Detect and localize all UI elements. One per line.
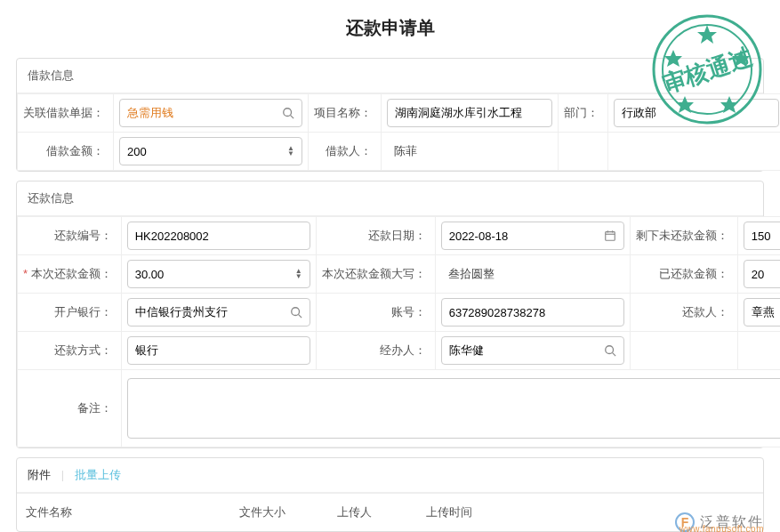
repay-info-panel: 还款信息 还款编号： 还款日期： 剩下未还款金额： ▲▼ 本次还款金额：	[16, 181, 764, 448]
loan-info-panel: 借款信息 关联借款单据： 项目名称： 部门： 借款金额：	[16, 58, 764, 172]
repaid-label: 已还款金额：	[630, 255, 737, 294]
this-amount-cn-value: 叁拾圆整	[441, 266, 624, 282]
this-amount-label: 本次还款金额：	[18, 255, 122, 294]
account-label: 账号：	[316, 294, 435, 332]
bank-label: 开户银行：	[18, 294, 122, 332]
spinner-icon[interactable]: ▲▼	[287, 146, 294, 157]
page-title: 还款申请单	[0, 0, 780, 52]
remark-input[interactable]	[127, 378, 780, 439]
bank-input[interactable]	[127, 298, 310, 326]
handler-label: 经办人：	[316, 332, 435, 370]
borrower-value: 陈菲	[387, 143, 552, 159]
svg-line-17	[612, 353, 615, 357]
bulk-upload-button[interactable]: 批量上传	[75, 468, 121, 481]
repay-no-input[interactable]	[127, 222, 310, 250]
loan-info-header: 借款信息	[17, 59, 763, 93]
dept-label: 部门：	[559, 94, 608, 133]
assoc-loan-input[interactable]	[119, 99, 302, 127]
handler-input[interactable]	[441, 336, 624, 365]
svg-point-14	[291, 308, 299, 316]
search-icon[interactable]	[604, 344, 616, 357]
repay-info-header: 还款信息	[17, 181, 763, 216]
repay-no-label: 还款编号：	[18, 217, 122, 255]
project-input[interactable]	[387, 99, 552, 127]
remark-label: 备注：	[18, 370, 122, 447]
svg-rect-10	[605, 232, 615, 241]
this-amount-cn-label: 本次还款金额大写：	[316, 255, 435, 294]
svg-point-8	[284, 109, 292, 117]
attachment-panel: 附件 | 批量上传 文件名称 文件大小 上传人 上传时间	[16, 457, 764, 532]
search-icon[interactable]	[282, 107, 294, 119]
svg-line-15	[298, 315, 302, 318]
svg-point-16	[605, 346, 613, 354]
account-input[interactable]	[441, 298, 624, 326]
search-icon[interactable]	[290, 306, 302, 318]
divider: |	[61, 468, 64, 481]
dept-input[interactable]	[614, 99, 779, 127]
repaid-input[interactable]: ▲▼	[744, 260, 780, 288]
col-filesize: 文件大小	[230, 494, 328, 532]
borrower-label: 借款人：	[309, 133, 382, 171]
assoc-loan-label: 关联借款单据：	[18, 94, 114, 133]
calendar-icon[interactable]	[604, 230, 616, 242]
loan-amount-input[interactable]: ▲▼	[119, 137, 302, 165]
col-uploader: 上传人	[328, 494, 417, 532]
repay-date-input[interactable]	[441, 222, 624, 250]
method-label: 还款方式：	[18, 332, 122, 370]
watermark: F 泛普软件 www.fanpusoft.com	[675, 512, 764, 532]
repayer-label: 还款人：	[630, 294, 737, 332]
loan-amount-label: 借款金额：	[18, 133, 114, 171]
method-input[interactable]	[127, 336, 310, 365]
attachment-header: 附件	[28, 468, 51, 481]
spinner-icon[interactable]: ▲▼	[295, 269, 302, 279]
project-label: 项目名称：	[309, 94, 382, 133]
watermark-url: www.fanpusoft.com	[679, 524, 764, 533]
repayer-input[interactable]	[744, 298, 780, 326]
remaining-label: 剩下未还款金额：	[630, 217, 737, 255]
col-filename: 文件名称	[17, 494, 230, 532]
this-amount-input[interactable]: ▲▼	[127, 260, 310, 288]
remaining-input[interactable]: ▲▼	[744, 222, 780, 250]
repay-date-label: 还款日期：	[316, 217, 435, 255]
svg-line-9	[291, 116, 294, 119]
